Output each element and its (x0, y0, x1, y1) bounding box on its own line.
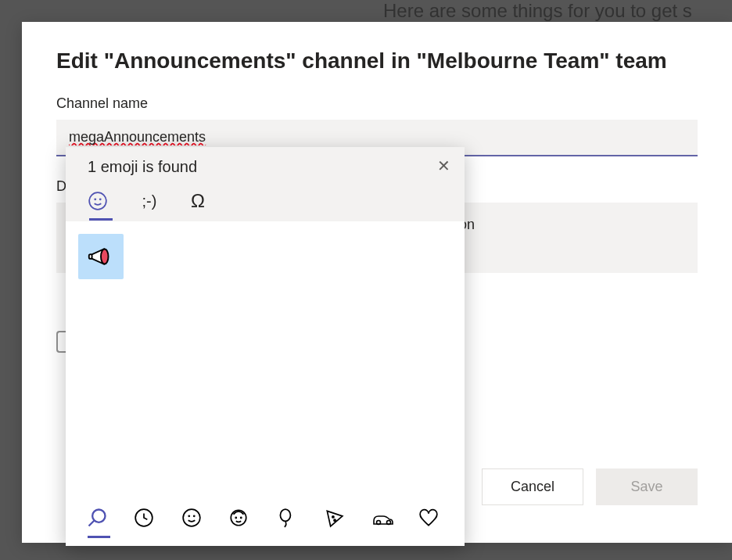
channel-name-input[interactable] (69, 129, 685, 145)
emoji-search-status: 1 emoji is found (88, 158, 449, 176)
pizza-icon (324, 508, 344, 528)
svg-point-12 (235, 517, 236, 518)
close-icon[interactable]: ✕ (437, 158, 450, 174)
emoji-result-megaphone[interactable] (78, 234, 124, 279)
category-smileys[interactable] (181, 508, 207, 528)
tab-emoji[interactable] (88, 191, 114, 211)
tab-emoticon[interactable]: ;-) (136, 192, 163, 210)
svg-line-6 (89, 521, 95, 526)
category-food[interactable] (276, 508, 302, 528)
svg-point-13 (241, 517, 242, 518)
svg-point-0 (89, 192, 106, 210)
balloon-icon (276, 508, 296, 528)
search-icon (86, 507, 108, 529)
megaphone-icon (86, 242, 116, 271)
smiley-icon (181, 508, 202, 528)
tab-symbol[interactable]: Ω (185, 190, 211, 212)
emoji-category-bar (66, 497, 465, 546)
svg-point-14 (280, 509, 290, 521)
car-icon (371, 509, 395, 526)
category-recent[interactable] (134, 508, 160, 528)
emoji-type-tabs: ;-) Ω (88, 190, 449, 221)
channel-name-label: Channel name (56, 95, 698, 112)
svg-point-8 (183, 509, 200, 526)
svg-point-18 (386, 521, 390, 525)
svg-point-3 (101, 249, 109, 264)
svg-point-17 (376, 521, 380, 525)
smiley-icon (88, 191, 108, 211)
heart-icon (418, 508, 439, 528)
category-search[interactable] (86, 507, 112, 529)
emoji-picker-header: ✕ 1 emoji is found ;-) Ω (66, 147, 465, 221)
svg-point-9 (188, 515, 189, 516)
svg-point-10 (193, 515, 194, 516)
save-button: Save (596, 468, 698, 505)
dialog-title: Edit "Announcements" channel in "Melbour… (56, 48, 698, 74)
category-travel[interactable] (371, 509, 397, 526)
background-page-text: Here are some things for you to get s (383, 0, 692, 22)
svg-point-16 (334, 519, 336, 521)
svg-point-1 (95, 199, 95, 199)
svg-point-15 (332, 516, 334, 518)
cancel-button[interactable]: Cancel (482, 468, 583, 505)
category-people[interactable] (228, 508, 254, 528)
emoji-results (66, 221, 465, 497)
clock-icon (134, 508, 154, 528)
person-icon (228, 508, 249, 528)
category-activity[interactable] (324, 508, 350, 528)
svg-point-2 (100, 199, 101, 199)
svg-point-11 (231, 510, 247, 526)
svg-point-5 (92, 510, 105, 522)
emoji-picker: ✕ 1 emoji is found ;-) Ω (66, 147, 465, 546)
category-objects[interactable] (418, 508, 444, 528)
dialog-actions: Cancel Save (482, 468, 698, 505)
svg-rect-4 (89, 254, 92, 259)
